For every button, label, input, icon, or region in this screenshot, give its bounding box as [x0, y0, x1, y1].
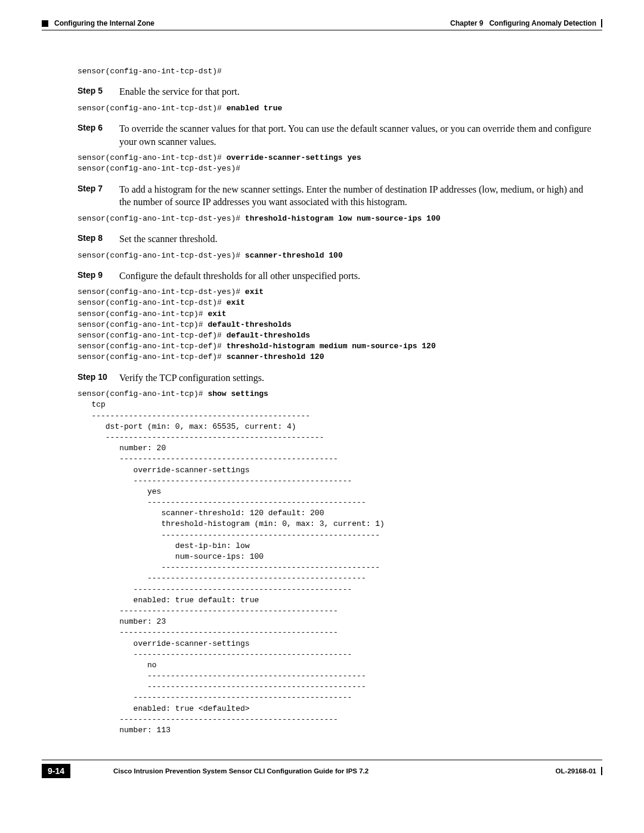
step-row: Step 5 Enable the service for that port. [78, 85, 596, 98]
step-label: Step 9 [78, 270, 119, 283]
page-number: 9-14 [42, 764, 70, 778]
step-text: To add a histogram for the new scanner s… [119, 183, 596, 209]
step-label: Step 7 [78, 183, 119, 209]
code-block: sensor(config-ano-int-tcp-dst)# enabled … [78, 103, 596, 114]
code-block: sensor(config-ano-int-tcp-dst-yes)# thre… [78, 213, 596, 224]
page: Configuring the Internal Zone Chapter 9 … [0, 0, 644, 833]
code-block: sensor(config-ano-int-tcp-dst)# [78, 66, 596, 77]
step-label: Step 5 [78, 85, 119, 98]
page-footer: 9-14 Cisco Intrusion Prevention System S… [42, 760, 602, 778]
page-header: Configuring the Internal Zone Chapter 9 … [42, 19, 602, 27]
step-text: Enable the service for that port. [119, 85, 596, 98]
step-label: Step 6 [78, 122, 119, 148]
step-row: Step 7 To add a histogram for the new sc… [78, 183, 596, 209]
step-text: Verify the TCP configuration settings. [119, 371, 596, 385]
chapter-label: Chapter 9 [450, 19, 483, 27]
step-row: Step 6 To override the scanner values fo… [78, 122, 596, 148]
header-right: Chapter 9 Configuring Anomaly Detection [450, 19, 602, 27]
code-block: sensor(config-ano-int-tcp-dst-yes)# exit… [78, 287, 596, 363]
footer-book-title: Cisco Intrusion Prevention System Sensor… [113, 767, 369, 775]
step-row: Step 10 Verify the TCP configuration set… [78, 371, 596, 385]
code-block: sensor(config-ano-int-tcp-dst)# override… [78, 153, 596, 174]
footer-right: OL-29168-01 [556, 767, 602, 775]
header-bar-icon [601, 19, 602, 27]
header-marker-icon [42, 20, 48, 27]
step-label: Step 8 [78, 233, 119, 246]
chapter-title: Configuring Anomaly Detection [489, 19, 596, 27]
footer-row: 9-14 Cisco Intrusion Prevention System S… [42, 764, 602, 778]
doc-id: OL-29168-01 [556, 767, 596, 775]
step-text: Configure the default thresholds for all… [119, 270, 596, 283]
header-rule [42, 30, 602, 30]
header-left: Configuring the Internal Zone [42, 19, 154, 27]
code-block: sensor(config-ano-int-tcp-dst-yes)# scan… [78, 250, 596, 261]
step-text: Set the scanner threshold. [119, 233, 596, 246]
content-area: sensor(config-ano-int-tcp-dst)# Step 5 E… [78, 66, 596, 736]
footer-left: 9-14 Cisco Intrusion Prevention System S… [42, 764, 369, 778]
step-text: To override the scanner values for that … [119, 122, 596, 148]
section-title: Configuring the Internal Zone [54, 19, 154, 27]
footer-rule [42, 760, 602, 760]
footer-bar-icon [601, 767, 602, 775]
step-row: Step 9 Configure the default thresholds … [78, 270, 596, 283]
step-row: Step 8 Set the scanner threshold. [78, 233, 596, 246]
step-label: Step 10 [78, 371, 119, 385]
code-block: sensor(config-ano-int-tcp)# show setting… [78, 389, 596, 736]
